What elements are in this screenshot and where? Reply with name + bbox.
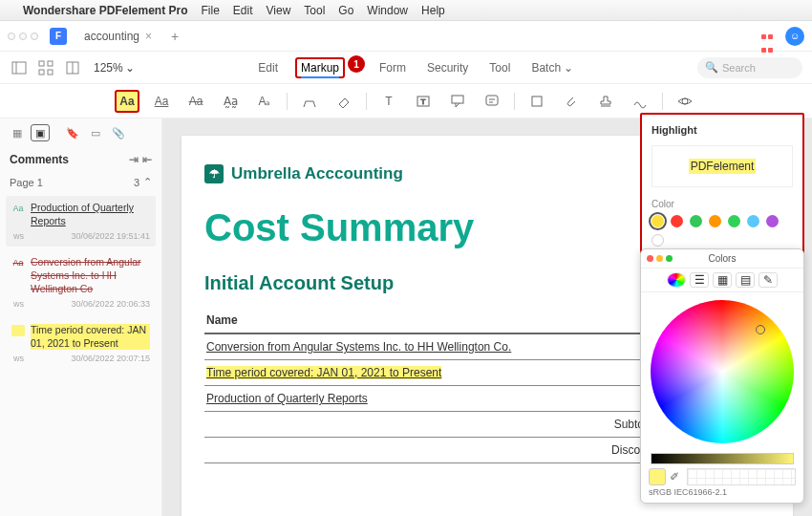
comment-user: ws (13, 231, 24, 241)
reading-icon[interactable] (63, 58, 82, 77)
panel-left-icon[interactable] (10, 58, 29, 77)
color-label: Color (652, 199, 793, 209)
svg-point-15 (682, 98, 688, 104)
color-swatches (652, 215, 793, 247)
comment-text: Production of Quarterly Reports (31, 202, 150, 227)
sliders-mode-icon[interactable]: ☰ (690, 272, 709, 288)
textbox-tool[interactable]: T (411, 90, 436, 113)
color-profile-label: sRGB IEC61966-2.1 (641, 485, 803, 497)
signature-tool[interactable] (628, 90, 652, 113)
search-placeholder: Search (722, 62, 756, 74)
swatch-lime[interactable] (728, 215, 740, 227)
color-picker-window: Colors ☰ ▦ ▤ ✎ ✐ sRGB IEC61966-2.1 (640, 248, 804, 504)
tab-tool[interactable]: Tool (485, 57, 514, 78)
color-wheel[interactable] (651, 300, 794, 443)
pencil-tool[interactable] (297, 90, 322, 113)
import-comments-icon[interactable]: ⇥ (129, 153, 139, 166)
underline-tool[interactable]: Aa (149, 90, 174, 113)
swatch-orange[interactable] (709, 215, 721, 227)
tab-edit[interactable]: Edit (254, 57, 282, 78)
menu-file[interactable]: File (202, 4, 220, 17)
swatch-blue[interactable] (747, 215, 759, 227)
eyedropper-icon[interactable]: ✐ (670, 470, 683, 484)
svg-rect-2 (39, 61, 44, 66)
new-tab-button[interactable]: + (171, 29, 179, 44)
note-tool[interactable] (480, 90, 504, 113)
comment-item[interactable]: AaProduction of Quarterly Reports ws30/0… (6, 196, 156, 247)
tab-security[interactable]: Security (423, 57, 472, 78)
svg-rect-4 (39, 70, 44, 75)
attachments-tab-icon[interactable]: 📎 (109, 124, 128, 141)
close-tab-icon[interactable]: × (145, 30, 152, 43)
chevron-up-icon[interactable]: ⌃ (143, 176, 152, 188)
menu-tool[interactable]: Tool (304, 4, 325, 17)
menu-edit[interactable]: Edit (233, 4, 253, 17)
callout-tool[interactable] (445, 90, 470, 113)
swatch-more[interactable] (652, 234, 664, 247)
swatch-red[interactable] (671, 215, 683, 227)
hide-annotations-tool[interactable] (673, 90, 697, 113)
swatch-yellow[interactable] (652, 215, 664, 227)
comments-tab-icon[interactable]: ▣ (31, 124, 50, 141)
menu-go[interactable]: Go (338, 4, 353, 17)
page-label: Page 1 (10, 177, 43, 188)
spectrum-mode-icon[interactable]: ▤ (736, 272, 755, 288)
document-tab[interactable]: accounting × (75, 26, 161, 47)
zoom-dropdown[interactable]: 125%⌄ (94, 61, 135, 75)
chevron-down-icon: ⌄ (125, 61, 135, 75)
comment-item[interactable]: Time period covered: JAN 01, 2021 to Pre… (6, 318, 156, 369)
pencils-mode-icon[interactable]: ✎ (759, 272, 778, 288)
swatch-purple[interactable] (766, 215, 779, 227)
menu-view[interactable]: View (267, 4, 291, 17)
panel-title: Highlight (652, 124, 793, 136)
user-avatar[interactable]: ☺ (785, 27, 804, 46)
highlight-tool[interactable]: Aa (115, 90, 139, 113)
comment-list: AaProduction of Quarterly Reports ws30/0… (0, 192, 161, 373)
search-tab-icon[interactable]: ▭ (86, 124, 105, 141)
highlight-mark-icon (11, 325, 25, 336)
squiggly-tool[interactable]: A̰a̰ (218, 90, 243, 113)
strike-mark-icon: Aa (11, 257, 25, 269)
mode-tabs: Edit Markup Form Security Tool Batch ⌄ (254, 57, 577, 78)
palette-mode-icon[interactable]: ▦ (713, 272, 732, 288)
company-logo-icon: ☂ (204, 164, 224, 183)
svg-rect-0 (12, 62, 26, 74)
caret-tool[interactable]: Aₐ (252, 90, 277, 113)
menu-help[interactable]: Help (421, 4, 445, 17)
comment-item[interactable]: AaConversion from Angular Systems Inc. t… (6, 250, 156, 314)
text-tool[interactable]: T (376, 90, 401, 113)
current-color-swatch[interactable] (649, 468, 666, 485)
swatch-green[interactable] (690, 215, 702, 227)
stamp-tool[interactable] (593, 90, 618, 113)
comment-text: Conversion from Angular Systems Inc. to … (31, 256, 150, 295)
saved-swatch-grid[interactable] (687, 468, 796, 485)
wheel-mode-icon[interactable] (667, 272, 686, 288)
search-field[interactable]: 🔍 Search (697, 57, 802, 78)
highlight-preview: PDFelement (652, 145, 793, 187)
shape-tool[interactable] (524, 90, 549, 113)
tab-form[interactable]: Form (375, 57, 410, 78)
picker-window-controls[interactable] (647, 255, 673, 262)
export-comments-icon[interactable]: ⇤ (142, 153, 152, 166)
mac-menubar: Wondershare PDFelement Pro File Edit Vie… (0, 0, 812, 21)
eraser-tool[interactable] (331, 90, 356, 113)
brightness-slider[interactable] (651, 453, 794, 464)
menu-window[interactable]: Window (367, 4, 408, 17)
attachment-tool[interactable] (559, 90, 584, 113)
comment-user: ws (13, 299, 24, 309)
tab-markup[interactable]: Markup (295, 57, 345, 78)
strikethrough-tool[interactable]: Aa (183, 90, 208, 113)
color-cursor[interactable] (756, 325, 765, 334)
bookmarks-tab-icon[interactable]: 🔖 (63, 124, 82, 141)
tab-batch[interactable]: Batch ⌄ (527, 57, 577, 78)
comment-time: 30/06/2022 20:07:15 (71, 354, 150, 363)
comment-time: 30/06/2022 20:06:33 (71, 299, 150, 309)
window-traffic-lights[interactable] (8, 32, 38, 40)
toolbar-divider (366, 93, 367, 110)
comment-count: 3 (134, 177, 139, 188)
app-name[interactable]: Wondershare PDFelement Pro (23, 4, 188, 17)
thumbnails-tab-icon[interactable]: ▦ (8, 124, 27, 141)
thumbnails-icon[interactable] (36, 58, 55, 77)
svg-rect-3 (48, 61, 53, 66)
apps-grid-icon[interactable] (760, 30, 774, 43)
